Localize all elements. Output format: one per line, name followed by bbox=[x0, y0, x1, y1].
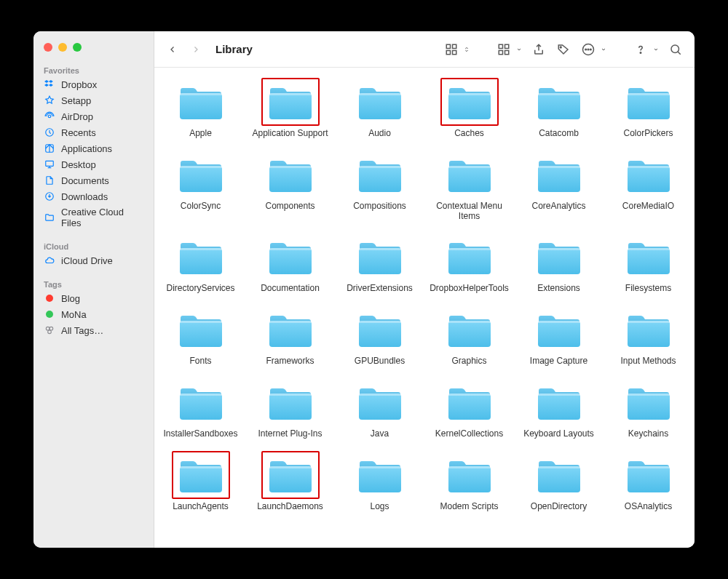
action-menu-button[interactable] bbox=[579, 41, 607, 58]
sidebar-item-applications[interactable]: Applications bbox=[33, 140, 154, 156]
nav-forward-button[interactable] bbox=[188, 39, 204, 60]
sidebar-section-favorites: Favorites bbox=[33, 62, 154, 76]
folder-icon bbox=[440, 306, 499, 354]
share-button[interactable] bbox=[530, 41, 547, 58]
folder-icon bbox=[620, 451, 678, 499]
folder-item[interactable]: InstallerSandboxes bbox=[157, 374, 244, 441]
folder-item[interactable]: KernelCollections bbox=[426, 374, 513, 441]
folder-item[interactable]: Contextual Menu Items bbox=[426, 146, 513, 223]
sidebar-tag-mona[interactable]: MoNa bbox=[33, 306, 154, 322]
sidebar-item-icloud-drive[interactable]: iCloud Drive bbox=[33, 252, 154, 268]
folder-icon bbox=[530, 451, 588, 499]
search-button[interactable] bbox=[667, 41, 684, 58]
sidebar-item-label: Recents bbox=[61, 127, 96, 138]
folder-label: Java bbox=[371, 429, 389, 439]
folder-label: Frameworks bbox=[266, 356, 314, 367]
view-icon-button[interactable] bbox=[443, 41, 470, 58]
window-title: Library bbox=[215, 43, 253, 55]
folder-item[interactable]: ColorPickers bbox=[605, 73, 692, 140]
folder-item[interactable]: DirectoryServices bbox=[157, 228, 244, 295]
svg-rect-10 bbox=[446, 50, 450, 54]
chevron-down-icon bbox=[515, 41, 523, 58]
sidebar-item-documents[interactable]: Documents bbox=[33, 172, 154, 188]
sidebar-item-desktop[interactable]: Desktop bbox=[33, 156, 154, 172]
folder-item[interactable]: Internet Plug-Ins bbox=[247, 374, 333, 441]
folder-item[interactable]: Keychains bbox=[605, 374, 692, 441]
zoom-window-button[interactable] bbox=[73, 43, 82, 52]
folder-item[interactable]: Extensions bbox=[515, 228, 602, 295]
folder-label: Internet Plug-Ins bbox=[258, 429, 322, 439]
sidebar: Favorites Dropbox Setapp AirDrop Recents… bbox=[33, 31, 154, 548]
svg-point-20 bbox=[590, 49, 592, 50]
folder-item[interactable]: LaunchDaemons bbox=[247, 447, 333, 514]
applications-icon bbox=[44, 143, 55, 154]
help-button[interactable] bbox=[632, 41, 660, 58]
folder-icon bbox=[530, 378, 588, 426]
folder-item[interactable]: Frameworks bbox=[247, 301, 333, 368]
folder-icon bbox=[261, 78, 320, 126]
folder-item[interactable]: Modem Scripts bbox=[426, 447, 513, 514]
folder-icon bbox=[530, 233, 588, 281]
sidebar-item-setapp[interactable]: Setapp bbox=[33, 92, 154, 108]
sidebar-item-recents[interactable]: Recents bbox=[33, 124, 154, 140]
folder-item[interactable]: DriverExtensions bbox=[336, 228, 423, 295]
folder-item[interactable]: Image Capture bbox=[515, 301, 602, 368]
folder-item[interactable]: Audio bbox=[336, 73, 423, 140]
folder-item[interactable]: Filesystems bbox=[605, 228, 692, 295]
sidebar-item-label: Documents bbox=[61, 175, 109, 186]
folder-item[interactable]: Apple bbox=[157, 73, 244, 140]
svg-rect-15 bbox=[505, 50, 509, 54]
folder-item[interactable]: Components bbox=[247, 146, 333, 223]
window-controls bbox=[33, 40, 154, 62]
folder-icon bbox=[351, 151, 409, 199]
folder-item[interactable]: Application Support bbox=[247, 73, 333, 140]
svg-rect-12 bbox=[499, 44, 502, 48]
folder-label: ColorSync bbox=[181, 201, 221, 212]
folder-item[interactable]: Java bbox=[336, 374, 423, 441]
sidebar-item-dropbox[interactable]: Dropbox bbox=[33, 76, 154, 92]
main-content: Library bbox=[154, 31, 695, 548]
sidebar-item-downloads[interactable]: Downloads bbox=[33, 188, 154, 204]
folder-item[interactable]: Graphics bbox=[426, 301, 513, 368]
downloads-icon bbox=[44, 191, 55, 202]
nav-back-button[interactable] bbox=[165, 39, 181, 60]
folder-item[interactable]: Input Methods bbox=[605, 301, 692, 368]
setapp-icon bbox=[44, 95, 55, 106]
folder-item[interactable]: Caches bbox=[426, 73, 513, 140]
folder-icon bbox=[530, 306, 588, 354]
icon-grid-scroll[interactable]: AppleApplication SupportAudioCachesCatac… bbox=[154, 68, 695, 548]
folder-item[interactable]: Compositions bbox=[336, 146, 423, 223]
sidebar-item-label: Desktop bbox=[61, 159, 96, 170]
folder-item[interactable]: Keyboard Layouts bbox=[515, 374, 602, 441]
folder-item[interactable]: DropboxHelperTools bbox=[426, 228, 513, 295]
minimize-window-button[interactable] bbox=[58, 43, 67, 52]
sidebar-tag-blog[interactable]: Blog bbox=[33, 290, 154, 306]
folder-item[interactable]: OpenDirectory bbox=[515, 447, 602, 514]
folder-item[interactable]: OSAnalytics bbox=[605, 447, 692, 514]
folder-item[interactable]: Logs bbox=[336, 447, 423, 514]
svg-rect-14 bbox=[499, 50, 502, 54]
folder-item[interactable]: CoreMediaIO bbox=[605, 146, 692, 223]
group-by-button[interactable] bbox=[495, 41, 523, 58]
folder-icon bbox=[620, 78, 678, 126]
folder-item[interactable]: Catacomb bbox=[515, 73, 602, 140]
folder-label: Filesystems bbox=[625, 284, 671, 294]
folder-item[interactable]: ColorSync bbox=[157, 146, 244, 223]
sidebar-item-label: Dropbox bbox=[61, 79, 97, 90]
folder-icon bbox=[172, 451, 230, 499]
folder-item[interactable]: Fonts bbox=[157, 301, 244, 368]
folder-label: CoreAnalytics bbox=[531, 201, 585, 212]
folder-item[interactable]: LaunchAgents bbox=[157, 447, 244, 514]
sidebar-all-tags[interactable]: All Tags… bbox=[33, 322, 154, 338]
folder-item[interactable]: GPUBundles bbox=[336, 301, 423, 368]
folder-icon bbox=[440, 78, 499, 126]
folder-item[interactable]: CoreAnalytics bbox=[515, 146, 602, 223]
tags-button[interactable] bbox=[555, 41, 572, 58]
sidebar-item-creative-cloud[interactable]: Creative Cloud Files bbox=[33, 204, 154, 231]
folder-label: DriverExtensions bbox=[347, 284, 413, 294]
folder-item[interactable]: Documentation bbox=[247, 228, 333, 295]
folder-icon bbox=[261, 451, 320, 499]
folder-icon bbox=[620, 233, 678, 281]
close-window-button[interactable] bbox=[44, 43, 52, 52]
sidebar-item-airdrop[interactable]: AirDrop bbox=[33, 108, 154, 124]
